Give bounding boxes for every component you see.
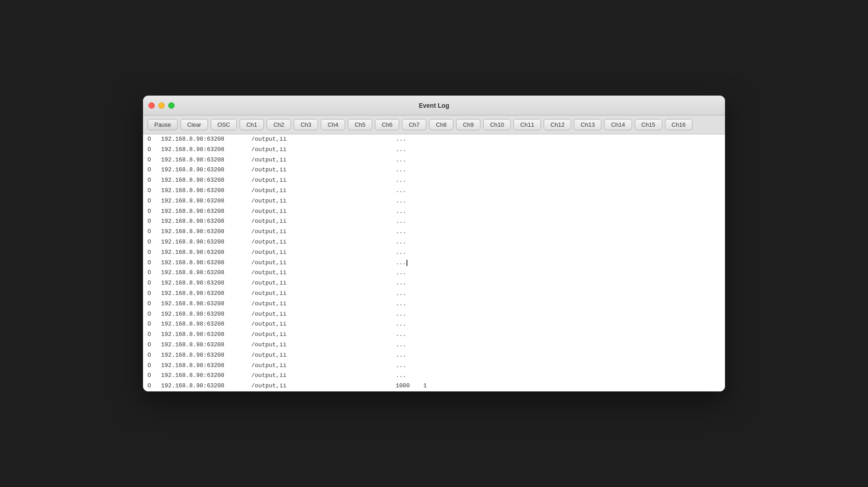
log-type: O (148, 217, 161, 226)
log-path: /output,ii (251, 381, 342, 391)
log-type: O (148, 135, 161, 144)
log-path: /output,ii (251, 361, 342, 371)
channel-button-ch2[interactable]: Ch2 (267, 119, 291, 130)
log-data: ... (342, 320, 720, 329)
toolbar: Pause Clear OSCCh1Ch2Ch3Ch4Ch5Ch6Ch7Ch8C… (143, 115, 725, 134)
log-path: /output,ii (251, 289, 342, 299)
log-type: O (148, 145, 161, 155)
log-row: O192.168.8.98:63208/output,ii... (143, 237, 725, 248)
pause-button[interactable]: Pause (148, 119, 178, 130)
log-type: O (148, 351, 161, 360)
log-data: ... (342, 248, 720, 257)
maximize-button[interactable] (168, 102, 175, 109)
log-row: O192.168.8.98:63208/output,ii... (143, 207, 725, 217)
channel-button-ch15[interactable]: Ch15 (635, 119, 662, 130)
log-row: O192.168.8.98:63208/output,ii... (143, 248, 725, 258)
log-ip: 192.168.8.98:63208 (161, 289, 251, 299)
log-row: O192.168.8.98:63208/output,ii... (143, 350, 725, 361)
close-button[interactable] (148, 102, 155, 109)
log-row: O192.168.8.98:63208/output,ii... (143, 227, 725, 237)
channel-button-ch14[interactable]: Ch14 (604, 119, 632, 130)
channel-button-ch8[interactable]: Ch8 (429, 119, 453, 130)
channel-button-osc[interactable]: OSC (211, 119, 237, 130)
log-type: O (148, 197, 161, 206)
log-data: ... (342, 268, 720, 278)
log-row: O192.168.8.98:63208/output,ii... (143, 258, 725, 268)
channel-button-ch9[interactable]: Ch9 (456, 119, 480, 130)
log-data: ... (342, 217, 720, 226)
log-ip: 192.168.8.98:63208 (161, 361, 251, 371)
log-path: /output,ii (251, 340, 342, 350)
log-ip: 192.168.8.98:63208 (161, 371, 251, 381)
log-type: O (148, 268, 161, 278)
channel-button-ch16[interactable]: Ch16 (665, 119, 693, 130)
log-path: /output,ii (251, 320, 342, 329)
log-type: O (148, 207, 161, 216)
log-row: O192.168.8.98:63208/output,ii... (143, 309, 725, 320)
log-row: O192.168.8.98:63208/output,ii... (143, 319, 725, 330)
event-log-window: Event Log Pause Clear OSCCh1Ch2Ch3Ch4Ch5… (143, 96, 725, 391)
log-path: /output,ii (251, 217, 342, 226)
log-path: /output,ii (251, 258, 342, 268)
log-row: O192.168.8.98:63208/output,ii... (143, 196, 725, 207)
log-data: ... (342, 351, 720, 360)
log-data: ... (342, 238, 720, 247)
log-path: /output,ii (251, 135, 342, 144)
log-data: ... (342, 361, 720, 371)
log-row: O192.168.8.98:63208/output,ii... (143, 216, 725, 227)
log-path: /output,ii (251, 197, 342, 206)
log-type: O (148, 299, 161, 309)
log-row: O192.168.8.98:63208/output,ii... (143, 289, 725, 299)
channel-button-ch5[interactable]: Ch5 (348, 119, 372, 130)
channel-button-ch3[interactable]: Ch3 (294, 119, 318, 130)
log-row: O192.168.8.98:63208/output,ii... (143, 145, 725, 155)
log-data: ... (342, 176, 720, 185)
log-data: ... (342, 310, 720, 319)
channel-button-ch13[interactable]: Ch13 (574, 119, 601, 130)
log-ip: 192.168.8.98:63208 (161, 258, 251, 268)
text-cursor (406, 260, 407, 266)
log-row: O192.168.8.98:63208/output,ii10001 (143, 381, 725, 391)
log-row: O192.168.8.98:63208/output,ii... (143, 278, 725, 289)
log-type: O (148, 381, 161, 391)
log-path: /output,ii (251, 371, 342, 381)
log-type: O (148, 310, 161, 319)
channel-button-ch11[interactable]: Ch11 (513, 119, 541, 130)
log-data: ... (342, 330, 720, 340)
log-row: O192.168.8.98:63208/output,ii... (143, 371, 725, 381)
log-path: /output,ii (251, 310, 342, 319)
log-path: /output,ii (251, 156, 342, 165)
log-data: ... (342, 340, 720, 350)
minimize-button[interactable] (158, 102, 165, 109)
log-path: /output,ii (251, 145, 342, 155)
log-path: /output,ii (251, 330, 342, 340)
log-path: /output,ii (251, 268, 342, 278)
log-area[interactable]: O192.168.8.98:63208/output,ii...O192.168… (143, 134, 725, 391)
log-type: O (148, 330, 161, 340)
log-ip: 192.168.8.98:63208 (161, 279, 251, 288)
log-type: O (148, 279, 161, 288)
channel-button-ch12[interactable]: Ch12 (544, 119, 571, 130)
log-ip: 192.168.8.98:63208 (161, 340, 251, 350)
log-row: O192.168.8.98:63208/output,ii... (143, 361, 725, 371)
channel-button-ch4[interactable]: Ch4 (321, 119, 345, 130)
log-type: O (148, 320, 161, 329)
log-data: ... (342, 135, 720, 144)
channel-button-ch10[interactable]: Ch10 (483, 119, 511, 130)
channel-buttons: OSCCh1Ch2Ch3Ch4Ch5Ch6Ch7Ch8Ch9Ch10Ch11Ch… (211, 119, 693, 130)
channel-button-ch6[interactable]: Ch6 (375, 119, 399, 130)
log-ip: 192.168.8.98:63208 (161, 156, 251, 165)
channel-button-ch7[interactable]: Ch7 (402, 119, 426, 130)
log-path: /output,ii (251, 238, 342, 247)
log-data: ... (342, 197, 720, 206)
channel-button-ch1[interactable]: Ch1 (240, 119, 264, 130)
log-type: O (148, 227, 161, 237)
clear-button[interactable]: Clear (180, 119, 208, 130)
log-val1: 1000 (396, 382, 410, 389)
log-type: O (148, 361, 161, 371)
log-data: ... (342, 145, 720, 155)
log-data: ... (342, 207, 720, 216)
log-ip: 192.168.8.98:63208 (161, 165, 251, 175)
log-ip: 192.168.8.98:63208 (161, 238, 251, 247)
log-ip: 192.168.8.98:63208 (161, 381, 251, 391)
